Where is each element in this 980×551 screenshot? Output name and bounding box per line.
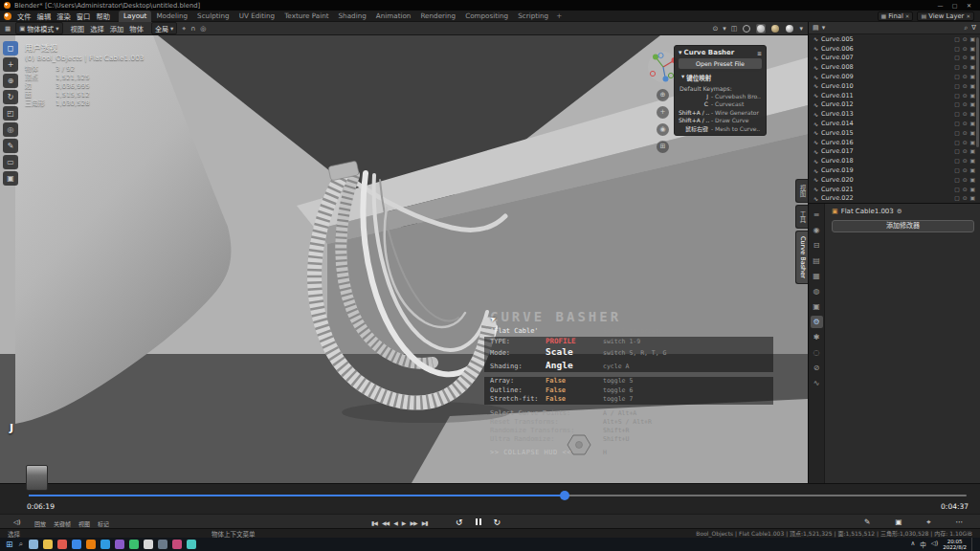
workspace-tab[interactable]: Compositing <box>460 11 513 22</box>
frame-icon[interactable]: ▣ <box>895 518 902 527</box>
workspace-tab[interactable]: Animation <box>371 11 416 22</box>
ime-chinese-icon[interactable]: 中 <box>920 540 926 549</box>
outliner-item[interactable]: ∿Curve.020▢⊙▣ <box>809 175 980 185</box>
cursor-tool[interactable]: + <box>3 57 18 72</box>
exclude-checkbox-icon[interactable]: ▢ <box>954 74 959 79</box>
eye-icon[interactable]: ⊙ <box>963 121 968 126</box>
media-player-icon[interactable] <box>115 540 124 549</box>
workspace-tab[interactable]: Scripting <box>513 11 553 22</box>
add-cube-tool[interactable]: ▣ <box>3 171 18 186</box>
eye-icon[interactable]: ⊙ <box>963 187 968 192</box>
eye-icon[interactable]: ⊙ <box>963 158 968 164</box>
rewind-icon[interactable]: ↺ <box>456 518 463 527</box>
outliner-item[interactable]: ∿Curve.017▢⊙▣ <box>809 147 980 157</box>
eye-icon[interactable]: ⊙ <box>963 46 968 52</box>
jump-to-end-button[interactable]: ▶▮ <box>422 519 428 526</box>
camera-render-icon[interactable]: ▣ <box>970 36 975 42</box>
exclude-checkbox-icon[interactable]: ▢ <box>954 187 959 192</box>
chevron-down-icon[interactable]: ▾ <box>822 24 826 32</box>
eye-icon[interactable]: ⊙ <box>963 195 968 201</box>
outliner-editor-icon[interactable]: ▤ <box>813 24 819 32</box>
exclude-checkbox-icon[interactable]: ▢ <box>954 177 959 183</box>
outliner-item[interactable]: ∿Curve.018▢⊙▣ <box>809 156 980 165</box>
eye-icon[interactable]: ⊙ <box>963 74 968 79</box>
browser-icon[interactable] <box>57 540 67 549</box>
outliner-scrollbar[interactable] <box>976 37 979 147</box>
play-button[interactable]: ▶ <box>402 519 406 526</box>
next-keyframe-button[interactable]: ▶▶ <box>410 519 416 526</box>
camera-render-icon[interactable]: ▣ <box>970 101 975 107</box>
camera-render-icon[interactable]: ▣ <box>970 140 975 145</box>
camera-render-icon[interactable]: ▣ <box>970 64 975 70</box>
timeline-menu[interactable]: 回放 <box>34 519 46 528</box>
snap-icon[interactable]: ⌖ <box>182 25 186 33</box>
viewport-menu[interactable]: 物体 <box>126 24 146 33</box>
camera-render-icon[interactable]: ▣ <box>970 167 975 173</box>
view-layer-remove-icon[interactable]: ✕ <box>966 13 970 19</box>
blender-logo-icon[interactable] <box>4 12 11 20</box>
office-icon[interactable] <box>144 540 153 549</box>
properties-tab-physics[interactable]: ◌ <box>811 346 823 359</box>
chevron-down-icon[interactable]: ▾ <box>799 25 803 33</box>
shading-wireframe-button[interactable] <box>742 24 751 33</box>
exclude-checkbox-icon[interactable]: ▢ <box>954 64 959 70</box>
taskbar-clock[interactable]: 20:05 2022/8/2 <box>943 539 967 551</box>
orientation-selector[interactable]: 全局 ▾ <box>151 22 177 34</box>
minimize-button[interactable]: — <box>933 0 947 11</box>
workspace-tab[interactable]: Layout <box>119 11 151 22</box>
notes-icon[interactable] <box>187 540 196 549</box>
target-icon[interactable]: ⌖ <box>926 518 930 527</box>
menubar-menu[interactable]: 渲染 <box>54 11 74 21</box>
viewport-menu[interactable]: 视图 <box>68 24 88 33</box>
menubar-menu[interactable]: 窗口 <box>74 11 94 21</box>
exclude-checkbox-icon[interactable]: ▢ <box>954 130 959 136</box>
timeline-menu[interactable]: 关键帧 <box>54 519 71 528</box>
proportional-edit-icon[interactable]: ◎ <box>200 25 206 33</box>
exclude-checkbox-icon[interactable]: ▢ <box>954 167 959 173</box>
pan-icon[interactable]: + <box>657 106 669 119</box>
pause-button[interactable] <box>476 518 481 525</box>
eye-icon[interactable]: ⊙ <box>963 101 968 107</box>
shading-solid-button[interactable] <box>756 24 766 33</box>
camera-view-icon[interactable]: ◉ <box>657 123 669 136</box>
camera-render-icon[interactable]: ▣ <box>970 93 975 99</box>
sidebar-tab[interactable]: 工具 <box>795 205 808 229</box>
close-button[interactable]: ✕ <box>962 0 976 11</box>
camera-render-icon[interactable]: ▣ <box>970 177 975 183</box>
camera-render-icon[interactable]: ▣ <box>970 158 975 164</box>
annotate-tool[interactable]: ✎ <box>3 139 18 153</box>
add-modifier-button[interactable]: 添加修改器 <box>832 220 974 232</box>
exclude-checkbox-icon[interactable]: ▢ <box>954 121 959 126</box>
exclude-checkbox-icon[interactable]: ▢ <box>954 101 959 107</box>
play-reverse-button[interactable]: ◀ <box>393 519 397 526</box>
panel-menu-icon[interactable]: ≡ <box>757 50 762 56</box>
menubar-menu[interactable]: 帮助 <box>93 11 113 21</box>
vscode-icon[interactable] <box>100 540 110 549</box>
chat-icon[interactable] <box>129 540 139 549</box>
workspace-tab[interactable]: UV Editing <box>234 11 280 22</box>
exclude-checkbox-icon[interactable]: ▢ <box>954 195 959 201</box>
edge-icon[interactable] <box>72 540 81 549</box>
show-desktop-button[interactable] <box>971 538 974 551</box>
view-layer-selector[interactable]: ▤ View Layer ✕ <box>917 11 974 21</box>
outliner-item[interactable]: ∿Curve.013▢⊙▣ <box>809 109 980 119</box>
camera-render-icon[interactable]: ▣ <box>970 187 975 192</box>
camera-render-icon[interactable]: ▣ <box>970 74 975 79</box>
camera-render-icon[interactable]: ▣ <box>970 121 975 126</box>
shading-material-button[interactable] <box>770 24 780 33</box>
outliner-item[interactable]: ∿Curve.005▢⊙▣ <box>809 34 980 44</box>
forward-icon[interactable]: ↻ <box>494 518 501 527</box>
eye-icon[interactable]: ⊙ <box>963 130 968 136</box>
outliner-item[interactable]: ∿Curve.016▢⊙▣ <box>809 138 980 147</box>
blender-icon[interactable] <box>86 540 96 549</box>
open-preset-file-button[interactable]: Open Preset File <box>679 58 762 69</box>
viewport-menu[interactable]: 添加 <box>107 24 127 33</box>
outliner-item[interactable]: ∿Curve.021▢⊙▣ <box>809 185 980 194</box>
timeline-menu[interactable]: 标记 <box>98 519 109 528</box>
outliner-item[interactable]: ∿Curve.007▢⊙▣ <box>809 54 980 63</box>
eye-icon[interactable]: ⊙ <box>963 55 968 60</box>
shading-rendered-button[interactable] <box>785 24 794 33</box>
camera-render-icon[interactable]: ▣ <box>970 55 975 60</box>
camera-render-icon[interactable]: ▣ <box>970 83 975 89</box>
outliner-item[interactable]: ∿Curve.010▢⊙▣ <box>809 81 980 91</box>
